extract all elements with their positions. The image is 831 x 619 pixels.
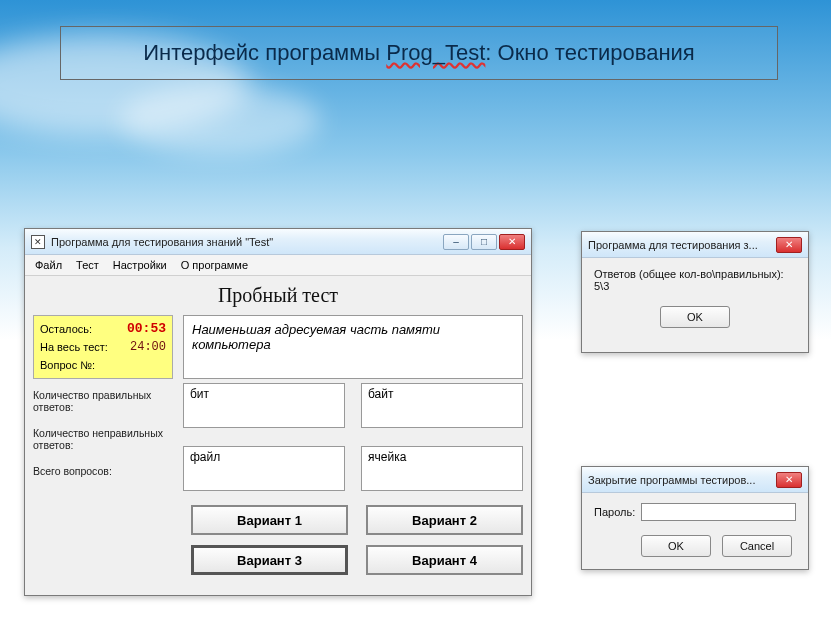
cloud-decoration bbox=[120, 85, 320, 155]
stats-panel: Количество правильных ответов: Количеств… bbox=[33, 389, 183, 491]
answer-option-4[interactable]: ячейка bbox=[361, 446, 523, 491]
page-title: Пробный тест bbox=[33, 284, 523, 307]
variant-2-button[interactable]: Вариант 2 bbox=[366, 505, 523, 535]
menu-file[interactable]: Файл bbox=[29, 257, 68, 273]
password-input[interactable] bbox=[641, 503, 796, 521]
total-label: На весь тест: bbox=[40, 338, 108, 356]
maximize-button[interactable]: □ bbox=[471, 234, 497, 250]
menu-settings[interactable]: Настройки bbox=[107, 257, 173, 273]
variant-1-button[interactable]: Вариант 1 bbox=[191, 505, 348, 535]
menu-about[interactable]: О программе bbox=[175, 257, 254, 273]
result-text-line2: 5\3 bbox=[594, 280, 796, 292]
variant-3-button[interactable]: Вариант 3 bbox=[191, 545, 348, 575]
close-button[interactable]: ✕ bbox=[776, 472, 802, 488]
password-label: Пароль: bbox=[594, 506, 635, 518]
correct-count-label: Количество правильных ответов: bbox=[33, 389, 183, 413]
titlebar[interactable]: Закрытие программы тестиров... ✕ bbox=[582, 467, 808, 493]
remain-label: Осталось: bbox=[40, 320, 92, 338]
timer-panel: Осталось: 00:53 На весь тест: 24:00 Вопр… bbox=[33, 315, 173, 379]
menu-test[interactable]: Тест bbox=[70, 257, 105, 273]
test-program-window: ✕ Программа для тестирования знаний "Tes… bbox=[24, 228, 532, 596]
window-title: Программа для тестирования з... bbox=[588, 239, 770, 251]
cancel-button[interactable]: Cancel bbox=[722, 535, 792, 557]
slide-title-prefix: Интерфейс программы bbox=[143, 40, 386, 65]
menubar: Файл Тест Настройки О программе bbox=[25, 255, 531, 276]
window-title: Программа для тестирования знаний "Test" bbox=[51, 236, 437, 248]
result-dialog: Программа для тестирования з... ✕ Ответо… bbox=[581, 231, 809, 353]
answer-option-2[interactable]: байт bbox=[361, 383, 523, 428]
close-button[interactable]: ✕ bbox=[499, 234, 525, 250]
total-value: 24:00 bbox=[130, 338, 166, 356]
wrong-count-label: Количество неправильных ответов: bbox=[33, 427, 183, 451]
ok-button[interactable]: OK bbox=[660, 306, 730, 328]
slide-title: Интерфейс программы Prog_Test: Окно тест… bbox=[60, 26, 778, 80]
close-program-dialog: Закрытие программы тестиров... ✕ Пароль:… bbox=[581, 466, 809, 570]
titlebar[interactable]: ✕ Программа для тестирования знаний "Tes… bbox=[25, 229, 531, 255]
ok-button[interactable]: OK bbox=[641, 535, 711, 557]
slide-title-suffix: : Окно тестирования bbox=[485, 40, 694, 65]
variant-buttons: Вариант 1 Вариант 2 Вариант 3 Вариант 4 bbox=[191, 505, 523, 575]
window-title: Закрытие программы тестиров... bbox=[588, 474, 770, 486]
slide-title-prog: Prog_Test bbox=[386, 40, 485, 65]
answer-option-3[interactable]: файл bbox=[183, 446, 345, 491]
result-text-line1: Ответов (общее кол-во\правильных): bbox=[594, 268, 796, 280]
titlebar[interactable]: Программа для тестирования з... ✕ bbox=[582, 232, 808, 258]
answer-option-1[interactable]: бит bbox=[183, 383, 345, 428]
variant-4-button[interactable]: Вариант 4 bbox=[366, 545, 523, 575]
question-num-label: Вопрос №: bbox=[40, 356, 95, 374]
remain-value: 00:53 bbox=[127, 320, 166, 338]
minimize-button[interactable]: – bbox=[443, 234, 469, 250]
answers-grid: бит байт файл ячейка bbox=[183, 383, 523, 491]
app-icon: ✕ bbox=[31, 235, 45, 249]
total-count-label: Всего вопросов: bbox=[33, 465, 183, 477]
question-text: Наименьшая адресуемая часть памяти компь… bbox=[183, 315, 523, 379]
close-button[interactable]: ✕ bbox=[776, 237, 802, 253]
